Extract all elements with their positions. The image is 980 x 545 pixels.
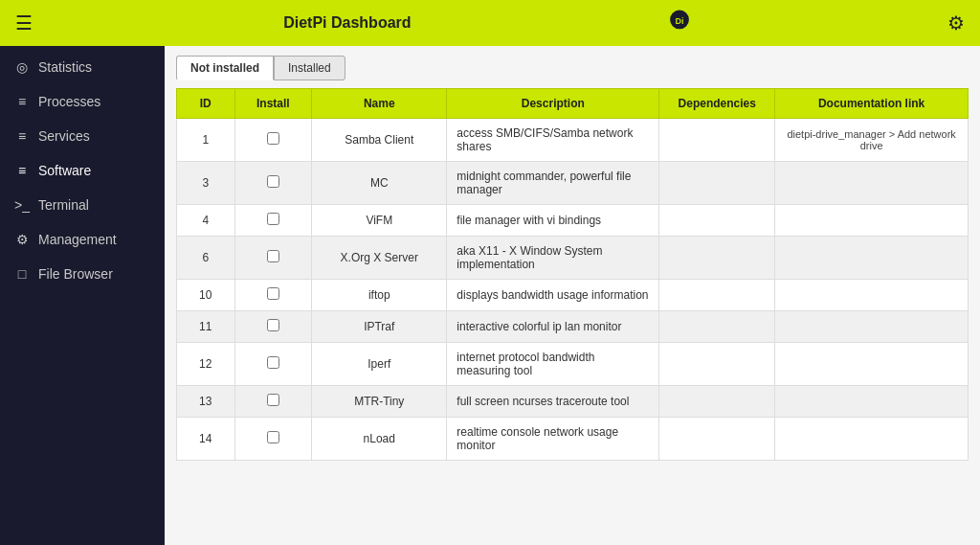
cell-install[interactable] xyxy=(234,237,312,280)
cell-dependencies xyxy=(659,418,775,461)
install-checkbox[interactable] xyxy=(267,394,279,406)
cell-dependencies xyxy=(659,311,775,343)
cell-doclink xyxy=(775,418,969,461)
install-checkbox[interactable] xyxy=(267,250,279,262)
cell-id: 14 xyxy=(177,418,235,461)
cell-name: Samba Client xyxy=(312,119,447,162)
table-row: 10iftopdisplays bandwidth usage informat… xyxy=(177,280,969,311)
terminal-icon: >_ xyxy=(13,197,31,213)
col-header-name: Name xyxy=(312,89,447,119)
cell-id: 11 xyxy=(177,311,235,343)
cell-name: Iperf xyxy=(312,343,447,386)
tab-installed[interactable]: Installed xyxy=(274,56,345,80)
cell-description: file manager with vi bindings xyxy=(447,205,659,237)
sidebar-item-processes[interactable]: ≡ Processes xyxy=(0,84,165,119)
cell-description: internet protocol bandwidth measuring to… xyxy=(447,343,659,386)
sidebar-label-services: Services xyxy=(38,128,90,144)
sidebar-label-software: Software xyxy=(38,163,91,178)
table-row: 6X.Org X Serveraka X11 - X Window System… xyxy=(177,237,969,280)
cell-name: ViFM xyxy=(312,205,447,237)
file-browser-icon: □ xyxy=(13,266,31,282)
cell-id: 10 xyxy=(177,280,235,311)
cell-install[interactable] xyxy=(234,280,312,311)
cell-dependencies xyxy=(659,280,775,311)
cell-description: access SMB/CIFS/Samba network shares xyxy=(447,119,659,162)
cell-name: MC xyxy=(312,162,447,205)
cell-id: 1 xyxy=(177,119,235,162)
install-checkbox[interactable] xyxy=(267,431,279,443)
table-row: 12Iperfinternet protocol bandwidth measu… xyxy=(177,343,969,386)
sidebar-item-statistics[interactable]: ◎ Statistics xyxy=(0,50,165,84)
cell-id: 12 xyxy=(177,343,235,386)
layout: ◎ Statistics ≡ Processes ≡ Services ≡ So… xyxy=(0,46,980,545)
table-row: 13MTR-Tinyfull screen ncurses traceroute… xyxy=(177,386,969,418)
install-checkbox[interactable] xyxy=(267,213,279,225)
cell-doclink xyxy=(775,162,969,205)
cell-install[interactable] xyxy=(234,119,312,162)
install-checkbox[interactable] xyxy=(267,319,279,331)
svg-text:Di: Di xyxy=(675,16,683,26)
cell-name: MTR-Tiny xyxy=(312,386,447,418)
sidebar: ◎ Statistics ≡ Processes ≡ Services ≡ So… xyxy=(0,46,165,545)
tab-not-installed[interactable]: Not installed xyxy=(176,56,274,80)
processes-icon: ≡ xyxy=(13,94,31,109)
table-row: 14nLoadrealtime console network usage mo… xyxy=(177,418,969,461)
cell-id: 3 xyxy=(177,162,235,205)
sidebar-label-terminal: Terminal xyxy=(38,197,89,213)
settings-icon[interactable]: ⚙ xyxy=(947,11,965,34)
table-header-row: ID Install Name Description Dependencies… xyxy=(177,89,969,119)
col-header-doclink: Documentation link xyxy=(775,89,969,119)
sidebar-item-software[interactable]: ≡ Software xyxy=(0,153,165,188)
install-checkbox[interactable] xyxy=(267,356,279,369)
cell-dependencies xyxy=(659,386,775,418)
sidebar-label-processes: Processes xyxy=(38,94,100,109)
software-icon: ≡ xyxy=(13,163,31,178)
cell-dependencies xyxy=(659,237,775,280)
software-table-container[interactable]: ID Install Name Description Dependencies… xyxy=(165,80,980,545)
cell-install[interactable] xyxy=(234,205,312,237)
software-table: ID Install Name Description Dependencies… xyxy=(176,88,969,461)
topbar: ☰ DietPi Dashboard Di DietPi ⚙ xyxy=(0,0,980,46)
cell-id: 4 xyxy=(177,205,235,237)
cell-name: iftop xyxy=(312,280,447,311)
cell-doclink: dietpi-drive_manager > Add network drive xyxy=(775,119,969,162)
app-title: DietPi Dashboard xyxy=(283,14,411,32)
cell-doclink xyxy=(775,386,969,418)
svg-text:DietPi: DietPi xyxy=(671,30,687,36)
install-checkbox[interactable] xyxy=(267,175,279,188)
cell-doclink xyxy=(775,237,969,280)
sidebar-item-services[interactable]: ≡ Services xyxy=(0,119,165,153)
cell-install[interactable] xyxy=(234,386,312,418)
col-header-id: ID xyxy=(177,89,235,119)
col-header-install: Install xyxy=(234,89,312,119)
sidebar-item-file-browser[interactable]: □ File Browser xyxy=(0,257,165,291)
cell-doclink xyxy=(775,280,969,311)
sidebar-label-management: Management xyxy=(38,232,117,247)
cell-description: realtime console network usage monitor xyxy=(447,418,659,461)
cell-install[interactable] xyxy=(234,162,312,205)
cell-id: 13 xyxy=(177,386,235,418)
cell-install[interactable] xyxy=(234,311,312,343)
install-checkbox[interactable] xyxy=(267,132,279,145)
cell-name: nLoad xyxy=(312,418,447,461)
sidebar-item-management[interactable]: ⚙ Management xyxy=(0,222,165,257)
cell-dependencies xyxy=(659,205,775,237)
table-row: 4ViFMfile manager with vi bindings xyxy=(177,205,969,237)
cell-doclink xyxy=(775,343,969,386)
menu-icon[interactable]: ☰ xyxy=(15,11,33,34)
statistics-icon: ◎ xyxy=(13,59,31,75)
cell-description: aka X11 - X Window System implementation xyxy=(447,237,659,280)
cell-id: 6 xyxy=(177,237,235,280)
cell-install[interactable] xyxy=(234,418,312,461)
cell-dependencies xyxy=(659,162,775,205)
cell-dependencies xyxy=(659,119,775,162)
cell-dependencies xyxy=(659,343,775,386)
sidebar-label-statistics: Statistics xyxy=(38,59,92,75)
cell-install[interactable] xyxy=(234,343,312,386)
sidebar-label-file-browser: File Browser xyxy=(38,266,113,282)
cell-doclink xyxy=(775,311,969,343)
cell-description: interactive colorful ip lan monitor xyxy=(447,311,659,343)
install-checkbox[interactable] xyxy=(267,287,279,300)
services-icon: ≡ xyxy=(13,128,31,144)
sidebar-item-terminal[interactable]: >_ Terminal xyxy=(0,188,165,222)
